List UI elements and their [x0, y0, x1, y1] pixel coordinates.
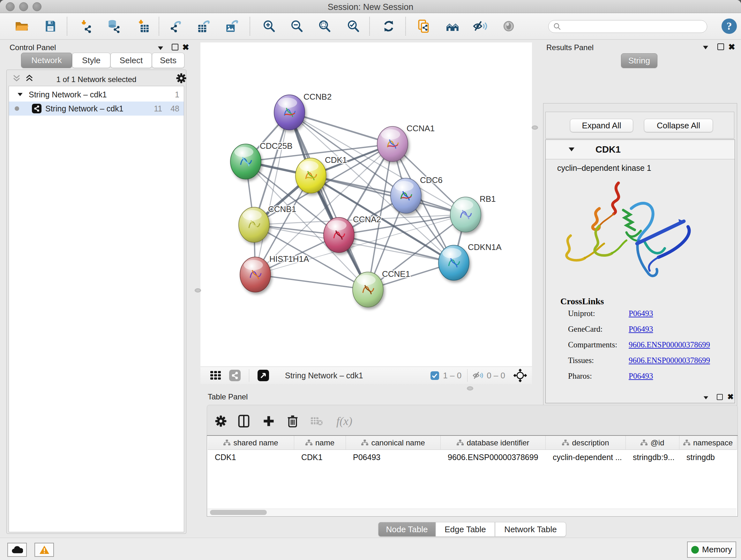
tab-select[interactable]: Select: [111, 53, 152, 68]
cloud-button[interactable]: [7, 543, 27, 557]
search-input[interactable]: [561, 22, 697, 31]
network-node[interactable]: HIST1H1A: [240, 254, 309, 292]
panel-close-icon[interactable]: ✖: [728, 43, 735, 51]
export-table-button[interactable]: [196, 17, 213, 35]
string-home-button[interactable]: [444, 17, 461, 35]
network-options-gear-icon[interactable]: [176, 73, 187, 84]
crosslink-value[interactable]: 9606.ENSP00000378699: [629, 340, 710, 349]
network-node[interactable]: CDK1: [295, 155, 347, 193]
tab-network-table[interactable]: Network Table: [495, 522, 566, 537]
help-button[interactable]: ?: [721, 17, 738, 35]
import-network-file-button[interactable]: [78, 17, 95, 35]
column-header-database-identifier[interactable]: database identifier: [441, 436, 546, 450]
panel-menu-icon[interactable]: [704, 396, 708, 399]
section-collapse-icon[interactable]: [569, 147, 575, 151]
scrollbar-thumb[interactable]: [210, 510, 267, 515]
network-node[interactable]: CCNE1: [353, 269, 410, 307]
panel-float-icon[interactable]: [717, 394, 723, 400]
collection-expand-icon[interactable]: [17, 93, 22, 96]
panel-close-icon[interactable]: ✖: [182, 43, 189, 51]
network-edge[interactable]: [255, 274, 368, 290]
network-node[interactable]: CDKN1A: [439, 242, 502, 280]
column-header--id[interactable]: @id: [626, 436, 679, 450]
function-builder-button[interactable]: f(x): [332, 412, 357, 430]
export-table-icon: [197, 19, 212, 34]
column-header-description[interactable]: description: [546, 436, 626, 450]
tab-sets[interactable]: Sets: [152, 53, 185, 68]
node-label: RB1: [480, 194, 496, 204]
table-cell[interactable]: CDK1: [294, 450, 346, 464]
tab-node-table[interactable]: Node Table: [378, 522, 435, 537]
warnings-button[interactable]: [35, 543, 54, 557]
tab-network[interactable]: Network: [21, 53, 72, 68]
horizontal-scrollbar[interactable]: [207, 509, 737, 516]
zoom-in-button[interactable]: [260, 17, 278, 35]
network-canvas[interactable]: CCNB2CCNA1CDC25BCDK1CDC6RB1CCNB1CCNA2CDK…: [200, 43, 532, 367]
selected-checkbox-icon[interactable]: [430, 371, 439, 380]
crosslink-value[interactable]: P06493: [629, 372, 653, 381]
network-node[interactable]: RB1: [450, 194, 496, 232]
help-icon: ?: [721, 18, 738, 35]
column-header-name[interactable]: name: [294, 436, 346, 450]
clone-network-button[interactable]: [415, 17, 432, 35]
export-image-button[interactable]: [223, 17, 241, 35]
detach-view-icon[interactable]: [258, 370, 269, 381]
memory-button[interactable]: Memory: [687, 542, 736, 558]
right-splitter-handle[interactable]: [532, 125, 538, 130]
column-header-namespace[interactable]: namespace: [679, 436, 737, 450]
save-session-button[interactable]: [42, 17, 59, 35]
node-table: shared namenamecanonical namedatabase id…: [207, 435, 738, 516]
crosslink-value[interactable]: P06493: [629, 325, 653, 334]
open-session-button[interactable]: [13, 17, 30, 35]
crosslink-label: Pharos:: [568, 372, 629, 381]
panel-menu-icon[interactable]: [703, 46, 708, 50]
delete-column-button[interactable]: [284, 412, 301, 430]
table-cell[interactable]: cyclin-dependent ...: [546, 450, 626, 464]
export-network-button[interactable]: [168, 17, 185, 35]
import-network-database-button[interactable]: [105, 17, 122, 35]
panel-float-icon[interactable]: [172, 44, 179, 51]
network-collection-row[interactable]: String Network – cdk1 1: [9, 87, 184, 102]
clear-table-button[interactable]: [308, 412, 326, 430]
crosslink-value[interactable]: 9606.ENSP00000378699: [629, 356, 710, 365]
table-cell[interactable]: stringdb:9...: [626, 450, 679, 464]
network-view-share-icon[interactable]: [229, 370, 241, 381]
tab-edge-table[interactable]: Edge Table: [435, 522, 495, 537]
network-node[interactable]: CCNA1: [377, 124, 434, 162]
table-settings-button[interactable]: [212, 412, 230, 430]
panel-float-icon[interactable]: [718, 44, 724, 50]
table-cell[interactable]: 9606.ENSP00000378699: [441, 450, 546, 464]
zoom-out-button[interactable]: [288, 17, 306, 35]
open-folder-icon: [14, 19, 29, 34]
column-header-canonical-name[interactable]: canonical name: [346, 436, 441, 450]
table-cell[interactable]: stringdb: [679, 450, 737, 464]
collapse-all-button[interactable]: Collapse All: [644, 119, 713, 132]
network-edge[interactable]: [289, 112, 393, 144]
network-row-selected[interactable]: String Network – cdk1 11 48: [9, 102, 184, 116]
crosslink-row: GeneCard:P06493: [568, 325, 735, 334]
table-cell[interactable]: CDK1: [208, 450, 294, 464]
tab-style[interactable]: Style: [72, 53, 111, 68]
network-edge[interactable]: [255, 112, 289, 274]
panel-close-icon[interactable]: ✖: [727, 393, 734, 401]
tab-string[interactable]: String: [621, 53, 657, 68]
select-columns-button[interactable]: [235, 412, 253, 430]
zoom-fit-button[interactable]: [316, 17, 333, 35]
left-splitter-handle[interactable]: [195, 288, 201, 293]
grid-view-icon[interactable]: [210, 370, 221, 381]
enrichment-preview-button[interactable]: [500, 17, 517, 35]
column-header-shared-name[interactable]: shared name: [208, 436, 294, 450]
panel-menu-icon[interactable]: [158, 47, 163, 50]
table-cell[interactable]: P06493: [346, 450, 441, 464]
crosslinks-title: CrossLinks: [560, 296, 604, 307]
zoom-selected-button[interactable]: [345, 17, 362, 35]
apply-layout-button[interactable]: [380, 17, 397, 35]
protein-section-header[interactable]: CDK1: [546, 140, 735, 159]
expand-all-button[interactable]: Expand All: [570, 119, 633, 132]
crosslink-value[interactable]: P06493: [629, 309, 653, 318]
import-table-button[interactable]: [135, 17, 152, 35]
birdseye-crosshair-icon[interactable]: [514, 369, 527, 382]
show-hide-graphics-button[interactable]: [472, 17, 489, 35]
add-column-button[interactable]: [260, 412, 278, 430]
network-graph[interactable]: CCNB2CCNA1CDC25BCDK1CDC6RB1CCNB1CCNA2CDK…: [200, 43, 532, 367]
